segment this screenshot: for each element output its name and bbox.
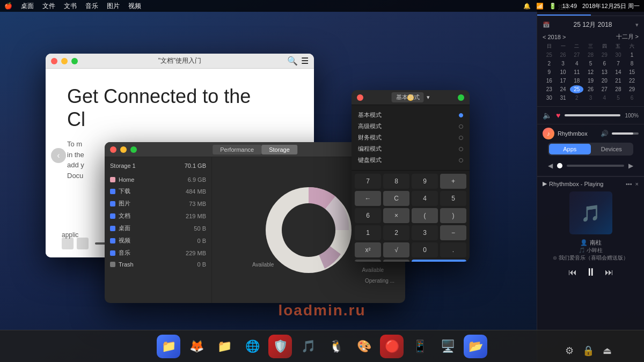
key-plus1[interactable]: + xyxy=(440,174,466,189)
calendar-day[interactable]: 25 xyxy=(543,51,556,59)
dock-icon-folder[interactable]: 📂 xyxy=(464,335,487,358)
key-1[interactable]: 1 xyxy=(355,225,381,240)
calc-mode-item[interactable]: 高级模式 xyxy=(358,121,463,132)
traffic-light-yellow[interactable] xyxy=(61,58,68,64)
key-lparen[interactable]: ( xyxy=(412,208,438,223)
menu-icon[interactable]: ☰ xyxy=(301,56,309,66)
dock-icon-penguin[interactable]: 🐧 xyxy=(324,335,348,358)
calc-mode-radio[interactable] xyxy=(459,147,463,151)
search-icon[interactable]: 🔍 xyxy=(287,56,298,66)
dock-icon-finder[interactable]: 📁 xyxy=(213,335,236,358)
calc-mode-item[interactable]: 键盘模式 xyxy=(358,154,463,166)
calendar-day[interactable]: 2 xyxy=(543,60,556,68)
calendar-day[interactable]: 20 xyxy=(598,77,611,85)
traffic-light-green[interactable] xyxy=(71,58,78,64)
key-dot[interactable]: . xyxy=(440,242,466,257)
dock-icon-chrome[interactable]: 🌐 xyxy=(240,335,264,358)
calendar-day[interactable]: 5 xyxy=(584,60,597,68)
prev-track-button[interactable]: ⏮ xyxy=(568,268,577,277)
calc-mode-item[interactable]: 基本模式 xyxy=(358,109,463,121)
music-volume-slider[interactable] xyxy=(612,132,639,135)
dock-icon-firefox[interactable]: 🦊 xyxy=(185,335,208,358)
pause-button[interactable]: ⏸ xyxy=(586,266,596,278)
calc-mode-button[interactable]: 基本模式 xyxy=(392,92,424,102)
next-track-button[interactable]: ⏭ xyxy=(605,268,613,277)
calendar-day[interactable]: 2 xyxy=(570,94,583,102)
rhythmbox-menu-icon[interactable]: ••• xyxy=(626,181,632,187)
calendar-day[interactable]: 12 xyxy=(584,68,597,76)
calendar-day[interactable]: 8 xyxy=(625,60,639,68)
calendar-day[interactable]: 13 xyxy=(598,68,611,76)
calendar-day[interactable]: 22 xyxy=(625,77,639,85)
dock-icon-red[interactable]: 🔴 xyxy=(380,335,404,358)
key-square[interactable]: x² xyxy=(355,242,381,257)
calendar-day[interactable]: 19 xyxy=(584,77,597,85)
dock-lock-icon[interactable]: 🔒 xyxy=(582,345,594,357)
calendar-day[interactable]: 28 xyxy=(612,85,625,93)
calendar-day[interactable]: 5 xyxy=(612,94,625,102)
calendar-day[interactable]: 18 xyxy=(570,77,583,85)
calendar-day[interactable]: 25 xyxy=(570,85,583,93)
apple-logo[interactable]: 🍎 xyxy=(4,2,12,10)
key-clear[interactable]: C xyxy=(383,191,409,206)
tab-performance[interactable]: Performance xyxy=(213,145,261,154)
calc-tl-green[interactable] xyxy=(458,94,464,101)
calc-mode-item[interactable]: 编程模式 xyxy=(358,143,463,154)
key-backspace[interactable]: ← xyxy=(355,191,381,206)
calc-mode-radio[interactable] xyxy=(459,136,463,140)
calendar-day[interactable]: 4 xyxy=(598,94,611,102)
dock-icon-music[interactable]: 🎵 xyxy=(296,335,320,358)
storage-tl-green[interactable] xyxy=(130,146,137,153)
calendar-day[interactable]: 16 xyxy=(543,77,556,85)
dock-icon-design[interactable]: 🎨 xyxy=(352,335,376,358)
menu-item-desktop[interactable]: 桌面 xyxy=(21,2,34,11)
key-percent[interactable]: % xyxy=(355,260,381,262)
calendar-day[interactable]: 6 xyxy=(625,94,639,102)
music-volume-icon[interactable]: 🔊 xyxy=(601,130,609,137)
prev-button[interactable]: ‹ xyxy=(51,148,66,163)
calendar-day[interactable]: 26 xyxy=(557,51,570,59)
key-plus2[interactable]: + xyxy=(383,260,409,262)
key-multiply[interactable]: × xyxy=(383,208,409,223)
tab-apps[interactable]: Apps xyxy=(549,144,591,154)
dock-icon-monitor[interactable]: 🖥️ xyxy=(436,335,459,358)
menu-item-file[interactable]: 文件 xyxy=(42,2,55,11)
key-6[interactable]: 6 xyxy=(355,208,381,223)
calendar-day[interactable]: 4 xyxy=(570,60,583,68)
dock-icon-security[interactable]: 🛡️ xyxy=(268,335,292,358)
storage-tl-yellow[interactable] xyxy=(120,146,127,153)
key-4[interactable]: 4 xyxy=(412,191,438,206)
tab-storage[interactable]: Storage xyxy=(261,145,297,154)
menu-item-music[interactable]: 音乐 xyxy=(85,2,98,11)
calendar-day[interactable]: 31 xyxy=(557,94,570,102)
calendar-day[interactable]: 10 xyxy=(557,68,570,76)
key-2[interactable]: 2 xyxy=(383,225,409,240)
key-0[interactable]: 0 xyxy=(412,242,438,257)
rhythmbox-close-icon[interactable]: × xyxy=(635,181,639,187)
calendar-day[interactable]: 14 xyxy=(612,68,625,76)
calendar-expand-icon[interactable]: ▾ xyxy=(635,21,639,28)
tab-devices[interactable]: Devices xyxy=(591,144,633,154)
key-sqrt[interactable]: √ xyxy=(383,242,409,257)
dock-icon-phone[interactable]: 📱 xyxy=(408,335,431,358)
calendar-day[interactable]: 6 xyxy=(598,60,611,68)
menu-item-video[interactable]: 视频 xyxy=(128,2,141,11)
calendar-day[interactable]: 24 xyxy=(557,85,570,93)
calendar-day[interactable]: 15 xyxy=(625,68,639,76)
calc-mode-radio[interactable] xyxy=(459,113,463,117)
calc-mode-radio[interactable] xyxy=(459,158,463,162)
traffic-light-red[interactable] xyxy=(51,58,57,64)
calc-tl-red[interactable] xyxy=(357,94,363,101)
dock-settings-icon[interactable]: ⚙ xyxy=(565,345,574,357)
menu-item-doc[interactable]: 文书 xyxy=(64,2,77,11)
key-9[interactable]: 9 xyxy=(412,174,438,189)
key-rparen[interactable]: ) xyxy=(440,208,466,223)
key-3[interactable]: 3 xyxy=(412,225,438,240)
calc-mode-radio[interactable] xyxy=(459,124,463,129)
key-5[interactable]: 5 xyxy=(440,191,466,206)
storage-tl-red[interactable] xyxy=(110,146,116,153)
calendar-day[interactable]: 1 xyxy=(625,51,639,59)
calc-dropdown-icon[interactable]: ▾ xyxy=(427,94,430,101)
key-equals[interactable]: = xyxy=(412,260,466,262)
vol-slider-bar[interactable] xyxy=(567,165,624,167)
